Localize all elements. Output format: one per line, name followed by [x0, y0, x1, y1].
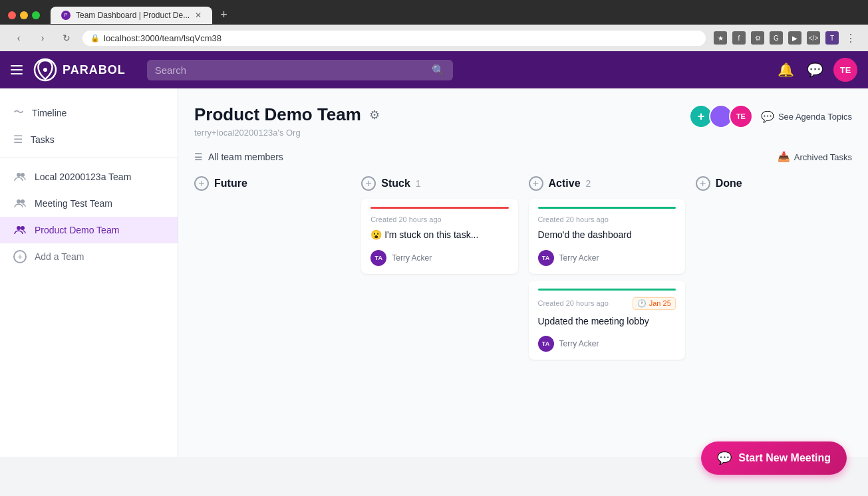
forward-button[interactable]: ›: [35, 30, 51, 46]
logo: PARABOL: [33, 58, 126, 82]
add-done-card[interactable]: +: [696, 176, 710, 191]
sidebar-item-label: Timeline: [32, 108, 67, 118]
content-area: Product Demo Team ⚙ terry+local20200123a…: [178, 88, 868, 457]
clock-icon: 🕐: [637, 299, 647, 308]
column-done: + Done: [696, 176, 852, 199]
sidebar-item-tasks[interactable]: ☰ Tasks: [0, 126, 178, 152]
hamburger-menu[interactable]: [11, 65, 23, 74]
address-bar[interactable]: 🔒 localhost:3000/team/lsqVcm38: [82, 31, 706, 46]
team-avatar-te[interactable]: TE: [729, 104, 753, 128]
column-title-active: Active: [549, 178, 581, 189]
browser-tab[interactable]: P Team Dashboard | Product De... ✕: [51, 7, 212, 24]
ext-3-icon[interactable]: G: [770, 31, 783, 45]
ext-4-icon[interactable]: ▶: [788, 31, 801, 45]
card-indicator: [538, 207, 676, 209]
add-icon: +: [13, 250, 27, 263]
column-active: + Active 2 Created 20 hours ago Demo'd t…: [529, 176, 685, 366]
svg-point-2: [17, 173, 21, 177]
search-icon: 🔍: [432, 64, 445, 76]
ext-profile-icon[interactable]: T: [825, 31, 839, 45]
notifications-button[interactable]: 🔔: [775, 59, 796, 80]
sidebar-item-meeting-test[interactable]: Meeting Test Team: [0, 190, 178, 217]
team-label: Product Demo Team: [35, 225, 119, 235]
tasks-icon: ☰: [13, 133, 23, 146]
see-agenda-label: See Agenda Topics: [778, 112, 852, 122]
minimize-dot[interactable]: [20, 11, 28, 19]
user-avatar[interactable]: TE: [833, 58, 857, 82]
ext-5-icon[interactable]: </>: [807, 31, 820, 45]
card-content: Demo'd the dashboard: [538, 229, 676, 242]
svg-point-3: [21, 173, 25, 177]
add-future-card[interactable]: +: [194, 176, 209, 191]
logo-text: PARABOL: [63, 63, 126, 77]
close-dot[interactable]: [8, 11, 16, 19]
column-count-stuck: 1: [416, 178, 421, 189]
timeline-icon: 〜: [13, 106, 24, 120]
hamburger-line-1: [11, 65, 23, 66]
hamburger-line-3: [11, 73, 23, 74]
back-button[interactable]: ‹: [11, 30, 27, 46]
ext-1-icon[interactable]: f: [732, 31, 746, 45]
sidebar-item-product-demo[interactable]: Product Demo Team: [0, 217, 178, 243]
logo-icon: [33, 58, 57, 82]
card-user-avatar: TA: [370, 250, 386, 266]
sidebar: 〜 Timeline ☰ Tasks Local 20200123a Team …: [0, 88, 178, 457]
task-card-stuck-1: Created 20 hours ago 😮 I'm stuck on this…: [361, 199, 517, 274]
due-date: Jan 25: [649, 299, 671, 307]
archive-icon: 📥: [778, 151, 790, 163]
card-user-name: Terry Acker: [559, 339, 599, 348]
ext-menu-icon[interactable]: ⋮: [844, 31, 857, 45]
card-user-avatar: TA: [538, 250, 554, 266]
sidebar-item-timeline[interactable]: 〜 Timeline: [0, 99, 178, 126]
add-active-card[interactable]: +: [529, 176, 543, 191]
archived-tasks-button[interactable]: 📥 Archived Tasks: [778, 151, 852, 163]
svg-point-5: [21, 199, 25, 203]
team-settings-button[interactable]: ⚙: [369, 108, 380, 122]
column-title-stuck: Stuck: [381, 178, 410, 189]
sidebar-item-label: Tasks: [31, 134, 55, 145]
sidebar-item-local-team[interactable]: Local 20200123a Team: [0, 164, 178, 190]
tab-favicon: P: [61, 11, 71, 20]
svg-point-1: [43, 68, 47, 72]
url-text: localhost:3000/team/lsqVcm38: [104, 33, 221, 43]
column-title-done: Done: [716, 178, 742, 189]
sidebar-divider: [0, 158, 178, 158]
card-indicator: [538, 289, 676, 291]
search-container: 🔍: [147, 60, 453, 80]
all-members-filter[interactable]: ☰ All team members: [194, 152, 283, 162]
column-future: + Future: [194, 176, 351, 199]
card-user-avatar: TA: [538, 336, 554, 352]
add-team-item[interactable]: + Add a Team: [0, 243, 178, 270]
team-label: Local 20200123a Team: [35, 172, 131, 182]
start-meeting-button[interactable]: 💬 Start New Meeting: [701, 441, 847, 457]
search-input[interactable]: [155, 64, 426, 76]
tab-close-btn[interactable]: ✕: [195, 11, 202, 20]
team-icon-active: [13, 223, 27, 237]
kanban-board: + Future + Stuck 1 Created 20 hours ago: [194, 176, 852, 366]
see-agenda-button[interactable]: 💬 See Agenda Topics: [761, 110, 852, 123]
filter-icon: ☰: [194, 152, 203, 162]
card-created-text: Created 20 hours ago: [538, 299, 609, 307]
card-created-text: Created 20 hours ago: [370, 215, 441, 223]
team-header-right: + TE 💬 See Agenda Topics: [689, 104, 852, 128]
ext-2-icon[interactable]: ⚙: [751, 31, 764, 45]
svg-point-6: [17, 226, 21, 230]
new-tab-button[interactable]: +: [215, 5, 233, 25]
due-badge: 🕐 Jan 25: [633, 297, 676, 310]
team-label: Meeting Test Team: [35, 198, 112, 209]
chat-button[interactable]: 💬: [804, 59, 825, 80]
svg-point-7: [21, 226, 25, 230]
maximize-dot[interactable]: [32, 11, 40, 19]
add-stuck-card[interactable]: +: [361, 176, 376, 191]
lock-icon: 🔒: [90, 34, 100, 43]
filters-bar: ☰ All team members 📥 Archived Tasks: [194, 151, 852, 163]
card-created-text: Created 20 hours ago: [538, 215, 609, 223]
team-org: terry+local20200123a's Org: [194, 128, 380, 138]
ext-star-icon[interactable]: ★: [714, 31, 727, 45]
column-title-future: Future: [214, 178, 247, 189]
tab-title: Team Dashboard | Product De...: [76, 11, 190, 20]
add-team-label: Add a Team: [35, 251, 84, 262]
reload-button[interactable]: ↻: [59, 30, 74, 46]
team-avatars: + TE: [689, 104, 753, 128]
card-indicator: [370, 207, 508, 209]
